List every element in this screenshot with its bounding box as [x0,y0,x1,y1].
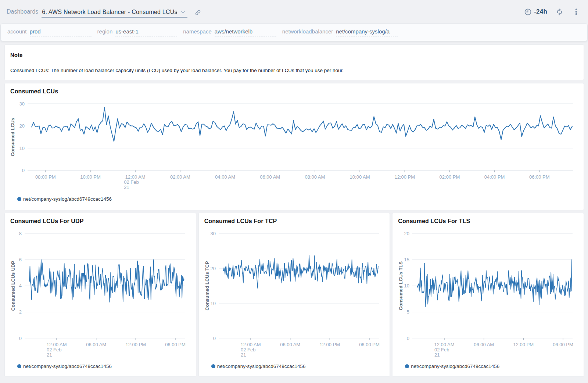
top-bar: Dashboards 6. AWS Network Load Balancer … [0,0,588,24]
x-tick-label: 06:00 PM [165,342,186,347]
x-tick-label: 12:00 PM [319,342,340,347]
legend-dot [405,364,409,368]
filter-namespace: namespaceaws/networkelb [183,28,276,36]
x-tick-label: 06:00 AM [86,342,106,347]
x-tick-date-label: 02 Feb [434,347,449,352]
panel-consumed-lcus: Consumed LCUs 010203008:00 PM10:00 PM12:… [5,83,584,210]
filter-bar: accountprodregionus-east-1namespaceaws/n… [0,24,588,41]
legend-dot [17,197,21,201]
dashboard-title: 6. AWS Network Load Balancer - Consumed … [42,9,177,15]
filter-value-input[interactable]: aws/networkelb [215,28,276,36]
legend-dot [211,364,215,368]
filter-value-input[interactable]: net/company-syslog/a [336,28,398,36]
x-tick-label: 12:00 AM [47,342,67,347]
share-link-icon[interactable] [194,9,201,16]
x-tick-label: 06:00 AM [280,342,300,347]
y-tick-label: 0 [407,336,409,341]
time-range-value: -24h [534,8,547,15]
x-tick-label: 12:00 AM [125,174,146,180]
line-chart-tcp[interactable]: 010203012:00 AM02 Feb2106:00 AM12:00 PM0… [199,213,390,360]
series-line [223,255,378,288]
x-tick-label: 02:00 AM [170,174,190,180]
note-panel: Note Consumed LCUs: The number of load b… [5,45,584,80]
legend-label: net/company-syslog/abcd6749ccac1456 [23,196,112,202]
x-tick-label: 06:00 PM [553,342,573,347]
y-tick-label: 10 [19,146,25,151]
y-tick-label: 0 [213,336,215,341]
time-range-button[interactable]: -24h [524,8,547,15]
legend-label: net/company-syslog/abcd6749ccac1456 [411,364,499,369]
y-tick-label: 4 [19,283,22,289]
x-tick-label: 04:00 AM [215,174,235,180]
legend-label: net/company-syslog/abcd6749ccac1456 [217,364,306,369]
y-tick-label: 30 [19,101,25,107]
x-tick-date-label: 21 [434,352,440,358]
legend-dot [17,364,21,368]
x-tick-label: 12:00 AM [434,342,455,347]
y-tick-label: 0 [19,336,22,341]
x-tick-label: 12:00 AM [240,342,261,347]
legend-tls[interactable]: net/company-syslog/abcd6749ccac1456 [405,364,499,369]
x-tick-date-label: 21 [124,185,129,190]
legend-main[interactable]: net/company-syslog/abcd6749ccac1456 [17,196,112,202]
y-tick-label: 20 [210,266,215,271]
y-tick-label: 5 [407,309,409,315]
x-tick-label: 08:00 PM [35,174,56,180]
x-tick-date-label: 21 [241,352,246,358]
y-tick-label: 6 [19,257,22,262]
breadcrumb-dashboards[interactable]: Dashboards [7,8,38,15]
bottom-row: Consumed LCUs For UDP 0246812:00 AM02 Fe… [5,213,584,376]
y-axis-label: Consumed LCUs TCP [204,261,210,311]
line-chart-tls[interactable]: 0510152012:00 AM02 Feb2106:00 AM12:00 PM… [392,213,583,360]
line-chart-consumed-lcus[interactable]: 010203008:00 PM10:00 PM12:00 AM02 Feb210… [5,83,584,194]
note-title: Note [10,52,578,58]
y-axis-label: Consumed LCUs [10,118,15,156]
y-axis-label: Consumed LCUs UDP [10,261,16,311]
x-tick-label: 06:00 PM [359,342,380,347]
x-tick-label: 04:00 PM [484,174,505,180]
legend-tcp[interactable]: net/company-syslog/abcd6749ccac1456 [211,364,306,369]
filter-account: accountprod [7,28,92,36]
series-line [417,259,572,307]
x-tick-date-label: 21 [47,352,52,358]
y-tick-label: 30 [210,231,215,236]
x-tick-label: 12:00 PM [513,342,534,347]
y-tick-label: 10 [404,283,409,289]
x-tick-date-label: 02 Feb [47,347,61,352]
y-tick-label: 2 [19,309,22,315]
dashboard-title-dropdown[interactable]: 6. AWS Network Load Balancer - Consumed … [42,9,187,18]
panel-consumed-lcus-udp: Consumed LCUs For UDP 0246812:00 AM02 Fe… [5,213,196,376]
y-tick-label: 20 [19,123,25,129]
x-tick-date-label: 02 Feb [241,347,255,352]
series-line [32,107,572,142]
y-tick-label: 8 [19,231,22,236]
filter-label: account [7,28,27,35]
y-tick-label: 15 [404,257,409,262]
panel-consumed-lcus-tcp: Consumed LCUs For TCP 010203012:00 AM02 … [199,213,390,376]
line-chart-udp[interactable]: 0246812:00 AM02 Feb2106:00 AM12:00 PM06:… [5,213,196,360]
legend-udp[interactable]: net/company-syslog/abcd6749ccac1456 [17,364,112,369]
filter-region: regionus-east-1 [97,28,178,36]
x-tick-label: 12:00 PM [394,174,415,180]
x-tick-label: 08:00 AM [305,174,325,180]
panel-consumed-lcus-tls: Consumed LCUs For TLS 0510152012:00 AM02… [392,213,584,376]
x-tick-label: 06:00 AM [474,342,494,347]
filter-value-input[interactable]: prod [30,28,92,36]
legend-label: net/company-syslog/abcd6749ccac1456 [23,364,112,369]
filter-label: namespace [183,28,212,35]
filter-label: region [97,28,113,35]
x-tick-label: 06:00 PM [529,174,550,180]
kebab-menu-icon[interactable] [575,8,577,15]
y-tick-label: 20 [404,231,409,236]
x-tick-label: 10:00 AM [350,174,370,180]
clock-icon [524,8,531,15]
x-tick-label: 12:00 PM [126,342,146,347]
note-body: Consumed LCUs: The number of load balanc… [10,68,578,73]
x-tick-label: 06:00 AM [260,174,280,180]
x-tick-label: 10:00 PM [80,174,101,180]
chevron-down-icon [181,11,185,14]
x-tick-date-label: 02 Feb [124,179,139,185]
y-axis-label: Consumed LCUs TLS [398,261,404,310]
filter-value-input[interactable]: us-east-1 [115,28,177,36]
refresh-icon[interactable] [556,8,563,15]
